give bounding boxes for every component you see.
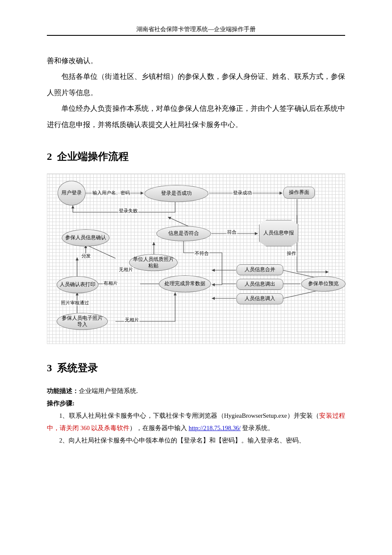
node-import: 人员信息调入	[236, 293, 283, 304]
label-has-photo: 有相片	[103, 280, 118, 286]
body-text: 善和修改确认。 包括各单位（街道社区、乡镇村组）的参保人数，参保人身份证、姓名、…	[47, 53, 345, 133]
node-user-login: 用户登录	[58, 181, 86, 205]
node-photo-paste: 单位人员纸质照片粘贴	[129, 254, 178, 271]
section-2-number: 2	[47, 151, 52, 162]
node-merge: 人员信息合并	[236, 264, 283, 275]
label-photo-approved: 照片审核通过	[60, 300, 90, 306]
node-ui: 操作界面	[283, 187, 315, 199]
step-2: 2、向人社局社保卡服务中心申领本单位的【登录名】和【密码】。输入登录名、密码、	[47, 434, 345, 447]
section-3-title: 系统登录	[57, 362, 98, 373]
label-not-ok: 不符合	[194, 251, 210, 257]
node-export: 人员信息调出	[236, 279, 283, 290]
node-preview: 参保单位预览	[301, 276, 346, 292]
section-3-number: 3	[47, 362, 52, 373]
section-2-heading: 2企业端操作流程	[47, 150, 345, 163]
step-1a: 1、联系人社局社保卡服务中心，下载社保卡专用浏览器（HygieaBrowserS…	[59, 412, 319, 419]
node-info-confirm: 参保人员信息确认	[62, 229, 110, 246]
steps-label: 操作步骤:	[47, 397, 345, 410]
node-exception: 处理完成异常数据	[159, 275, 211, 292]
para-0: 善和修改确认。	[47, 53, 345, 69]
login-url-link[interactable]: http://218.75.198.36/	[189, 425, 241, 431]
label-input-creds: 输入用户名、密码	[92, 190, 131, 196]
func-desc-line: 功能描述：企业端用户登陆系统.	[47, 385, 345, 397]
step-1b: ），在服务器中输入	[130, 425, 189, 431]
func-text: 企业端用户登陆系统.	[79, 387, 138, 394]
header-rule	[47, 35, 345, 36]
node-ephoto-import: 参保人员电子照片导入	[57, 313, 108, 330]
node-info-ok-q: 信息是否符合	[156, 226, 211, 241]
node-login-success-q: 登录是否成功	[144, 185, 208, 202]
label-no-photo-1: 无相片	[118, 267, 134, 273]
para-2: 单位经办人负责操作本系统，对单位参保人信息补充修正，并由个人签字确认后在系统中进…	[47, 101, 345, 133]
section-2-title: 企业端操作流程	[57, 151, 129, 162]
label-operate: 操作	[286, 251, 297, 257]
label-login-ok: 登录成功	[232, 190, 253, 196]
section-3-heading: 3系统登录	[47, 361, 345, 375]
label-distribute: 分发	[81, 253, 92, 259]
label-no-photo-2: 无相片	[124, 317, 140, 323]
page-header: 湖南省社会保障卡管理系统—企业端操作手册	[47, 26, 345, 33]
step-1: 1、联系人社局社保卡服务中心，下载社保卡专用浏览器（HygieaBrowserS…	[47, 410, 345, 434]
label-ok: 符合	[226, 229, 237, 235]
node-print-confirm: 人员确认表打印	[57, 276, 98, 293]
func-label: 功能描述：	[47, 387, 79, 394]
label-login-fail: 登录失败	[118, 208, 138, 214]
node-info-report: 人员信息申报	[259, 220, 298, 246]
flowchart: 用户登录 登录是否成功 操作界面 信息是否符合 人员信息申报 参保人员信息确认 …	[47, 173, 345, 344]
step-1c: 登录系统。	[241, 425, 274, 431]
para-1: 包括各单位（街道社区、乡镇村组）的参保人数，参保人身份证、姓名、联系方式，参保人…	[47, 69, 345, 101]
